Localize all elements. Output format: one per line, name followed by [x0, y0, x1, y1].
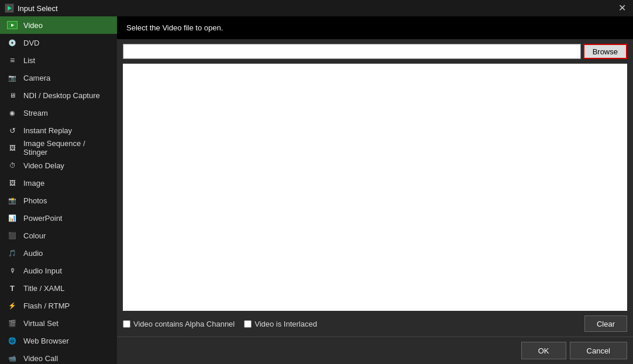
title-bar-left: Input Select	[5, 4, 58, 13]
camera-icon	[7, 72, 18, 83]
image-icon	[7, 178, 18, 188]
audioinput-icon	[7, 265, 18, 276]
web-icon	[7, 335, 18, 346]
vset-icon	[7, 318, 18, 328]
sidebar-item-dvd[interactable]: DVD	[0, 34, 117, 51]
main-panel: Select the Video file to open. Browse Vi…	[117, 16, 633, 364]
main-header: Select the Video file to open.	[117, 16, 633, 39]
sidebar-item-title[interactable]: Title / XAML	[0, 279, 117, 297]
title-icon	[7, 283, 18, 293]
imgseq-icon	[7, 143, 18, 153]
monitor-icon	[7, 90, 18, 100]
file-row: Browse	[117, 39, 633, 64]
browse-button[interactable]: Browse	[583, 44, 627, 59]
clear-button[interactable]: Clear	[584, 316, 627, 332]
replay-icon	[7, 125, 18, 136]
ok-button[interactable]: OK	[521, 342, 566, 359]
sidebar-item-audio[interactable]: Audio	[0, 244, 117, 262]
alpha-channel-text: Video contains Alpha Channel	[133, 320, 235, 328]
interlaced-label[interactable]: Video is Interlaced	[244, 320, 317, 328]
sidebar-item-web-browser[interactable]: Web Browser	[0, 332, 117, 349]
sidebar-item-list[interactable]: List	[0, 51, 117, 69]
footer: OK Cancel	[117, 337, 633, 364]
audio-icon	[7, 248, 18, 258]
sidebar-label: Instant Replay	[23, 126, 72, 135]
sidebar-label: Colour	[23, 231, 46, 240]
close-button[interactable]: ✕	[616, 4, 628, 13]
sidebar-item-photos[interactable]: Photos	[0, 192, 117, 209]
sidebar-item-image-sequence[interactable]: Image Sequence / Stinger	[0, 139, 117, 157]
sidebar-label: PowerPoint	[23, 214, 62, 223]
list-icon	[7, 55, 18, 65]
vcall-icon	[7, 353, 18, 363]
flash-icon	[7, 300, 18, 311]
sidebar-item-video-call[interactable]: Video Call	[0, 349, 117, 364]
sidebar-label: Web Browser	[23, 337, 69, 345]
ppt-icon	[7, 213, 18, 223]
dvd-icon	[7, 37, 18, 48]
file-path-input[interactable]	[123, 44, 581, 59]
video-icon	[7, 20, 18, 30]
window-title: Input Select	[18, 4, 58, 13]
sidebar-label: Image	[23, 179, 44, 188]
sidebar-item-flash[interactable]: Flash / RTMP	[0, 297, 117, 314]
sidebar-label: Virtual Set	[23, 319, 59, 328]
sidebar-label: NDI / Desktop Capture	[23, 91, 100, 100]
photos-icon	[7, 195, 18, 206]
interlaced-checkbox[interactable]	[244, 320, 252, 328]
sidebar-label: Video	[23, 21, 43, 30]
sidebar-label: Video Call	[23, 354, 58, 363]
sidebar-label: Audio Input	[23, 266, 62, 275]
sidebar-label: Flash / RTMP	[23, 301, 70, 310]
sidebar-item-ndi[interactable]: NDI / Desktop Capture	[0, 86, 117, 104]
sidebar-item-video-delay[interactable]: Video Delay	[0, 157, 117, 174]
sidebar: Video DVD List Camera NDI / Desktop Capt…	[0, 16, 117, 364]
sidebar-item-image[interactable]: Image	[0, 174, 117, 192]
sidebar-label: Photos	[23, 196, 47, 205]
delay-icon	[7, 160, 18, 171]
sidebar-item-audio-input[interactable]: Audio Input	[0, 262, 117, 279]
sidebar-item-video[interactable]: Video	[0, 16, 117, 34]
sidebar-item-instant-replay[interactable]: Instant Replay	[0, 122, 117, 139]
window: Input Select ✕ Video DVD List	[0, 0, 633, 364]
sidebar-label: DVD	[23, 39, 39, 47]
preview-area	[123, 64, 627, 311]
bottom-controls: Video contains Alpha Channel Video is In…	[117, 311, 633, 337]
alpha-channel-label[interactable]: Video contains Alpha Channel	[123, 320, 235, 328]
sidebar-label: Video Delay	[23, 161, 64, 170]
sidebar-item-virtual-set[interactable]: Virtual Set	[0, 314, 117, 332]
app-icon	[5, 4, 14, 13]
sidebar-label: List	[23, 56, 35, 65]
interlaced-text: Video is Interlaced	[254, 320, 317, 328]
sidebar-label: Camera	[23, 74, 50, 82]
alpha-channel-checkbox[interactable]	[123, 320, 130, 328]
title-bar: Input Select ✕	[0, 0, 633, 16]
sidebar-item-camera[interactable]: Camera	[0, 69, 117, 86]
sidebar-label: Stream	[23, 109, 48, 117]
stream-icon	[7, 108, 18, 118]
content-area: Video DVD List Camera NDI / Desktop Capt…	[0, 16, 633, 364]
sidebar-label: Title / XAML	[23, 284, 64, 293]
sidebar-item-powerpoint[interactable]: PowerPoint	[0, 209, 117, 227]
sidebar-label: Audio	[23, 249, 43, 258]
sidebar-item-stream[interactable]: Stream	[0, 104, 117, 122]
cancel-button[interactable]: Cancel	[570, 342, 627, 359]
sidebar-label: Image Sequence / Stinger	[23, 139, 110, 157]
colour-icon	[7, 230, 18, 241]
sidebar-item-colour[interactable]: Colour	[0, 227, 117, 244]
